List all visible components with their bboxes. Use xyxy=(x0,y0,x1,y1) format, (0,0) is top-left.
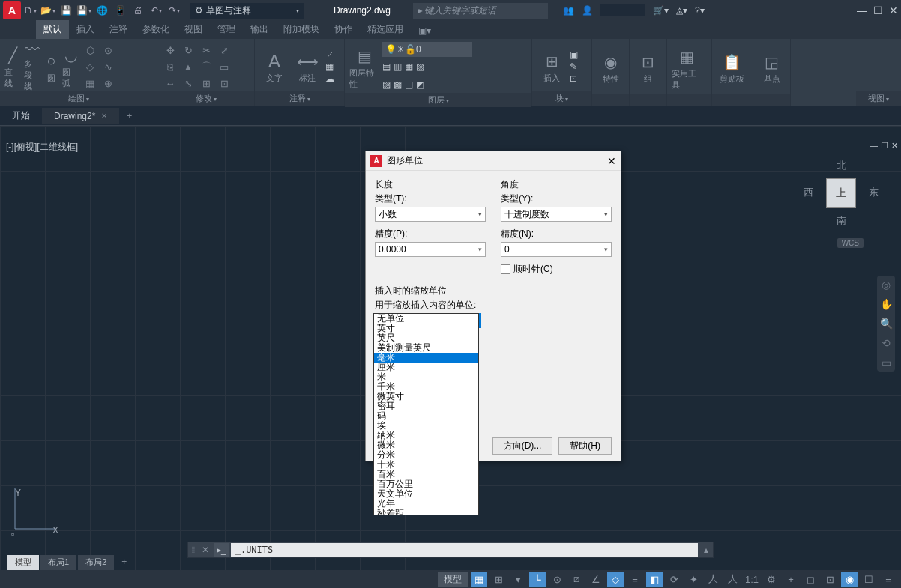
panel-title[interactable]: 块▾ xyxy=(532,91,591,106)
cart-icon[interactable]: 🛒▾ xyxy=(653,5,669,16)
tab-insert[interactable]: 插入 xyxy=(69,20,102,39)
layer-tool-icon[interactable]: ▥ xyxy=(394,61,402,72)
panel-title[interactable]: 图层▾ xyxy=(345,93,531,107)
anno-vis-icon[interactable]: 人 xyxy=(724,572,741,587)
cloud-icon[interactable]: ☁ xyxy=(325,73,334,84)
scale-label[interactable]: 1:1 xyxy=(744,572,760,587)
rotate-icon[interactable]: ↻ xyxy=(180,43,196,58)
tab-featured[interactable]: 精选应用 xyxy=(360,20,411,39)
workspace-toggle-icon[interactable]: ◻ xyxy=(802,572,819,587)
arc-button[interactable]: ◡圆弧 xyxy=(62,44,79,89)
grip-icon[interactable]: ⁞⁞ xyxy=(188,545,197,555)
length-precision-select[interactable]: 0.0000▾ xyxy=(375,242,486,257)
insert-block-button[interactable]: ⊞插入 xyxy=(537,44,567,89)
clipboard-button[interactable]: 📋剪贴板 xyxy=(717,46,747,91)
qat-new-icon[interactable]: 🗋▾ xyxy=(22,3,37,18)
ortho-toggle-icon[interactable]: └ xyxy=(529,572,546,587)
viewport-minimize-icon[interactable]: — xyxy=(870,141,878,151)
group-button[interactable]: ⊡组 xyxy=(634,46,662,91)
angle-precision-select[interactable]: 0▾ xyxy=(501,242,612,257)
draw-tool-icon[interactable] xyxy=(118,43,134,58)
tab-overflow-icon[interactable]: ▣▾ xyxy=(411,22,439,39)
layer-properties-button[interactable]: ▤图层特性 xyxy=(349,45,379,90)
clean-screen-icon[interactable]: ☐ xyxy=(861,572,877,587)
circle-button[interactable]: ○圆 xyxy=(43,44,60,89)
grid-toggle-icon[interactable]: ▦ xyxy=(471,572,487,587)
tab-output[interactable]: 输出 xyxy=(243,20,276,39)
qat-saveas-icon[interactable]: 💾▾ xyxy=(76,3,91,18)
move-icon[interactable]: ✥ xyxy=(162,43,178,58)
filetab-drawing[interactable]: Drawing2*✕ xyxy=(42,108,119,124)
block-tool-icon[interactable]: ▣ xyxy=(570,49,578,60)
user-icon[interactable]: 👤 xyxy=(582,5,593,16)
leader-icon[interactable]: ⟋ xyxy=(325,49,334,60)
dialog-close-button[interactable]: ✕ xyxy=(607,155,616,167)
viewcube-west[interactable]: 西 xyxy=(804,186,813,199)
layer-combo[interactable]: 💡 ☀ 🔓 0 xyxy=(382,42,472,57)
layer-tool-icon[interactable]: ▩ xyxy=(394,79,402,90)
draw-tool-icon[interactable]: ⊕ xyxy=(100,76,116,91)
isolate-icon[interactable]: ⊡ xyxy=(822,572,838,587)
draw-tool-icon[interactable]: ⬡ xyxy=(82,43,98,58)
angle-type-select[interactable]: 十进制度数▾ xyxy=(501,207,612,222)
qat-redo-icon[interactable]: ↷▾ xyxy=(166,3,181,18)
stretch-icon[interactable]: ↔ xyxy=(162,76,178,91)
trim-icon[interactable]: ✂ xyxy=(198,43,214,58)
search-input[interactable]: 键入关键字或短语 xyxy=(413,3,548,19)
gear-toggle-icon[interactable]: ⚙ xyxy=(763,572,780,587)
viewcube-east[interactable]: 东 xyxy=(869,186,879,199)
cmdline-close-icon[interactable]: ✕ xyxy=(197,545,214,555)
layer-tool-icon[interactable]: ◩ xyxy=(416,79,424,90)
cmdline-prompt-icon[interactable]: ▸_ xyxy=(214,543,229,557)
text-button[interactable]: A文字 xyxy=(259,44,289,89)
polar-toggle-icon[interactable]: ⊙ xyxy=(549,572,565,587)
properties-button[interactable]: ◉特性 xyxy=(597,46,624,91)
customize-icon[interactable]: ≡ xyxy=(880,572,897,587)
layer-tool-icon[interactable]: ▧ xyxy=(416,61,424,72)
nav-zoom-icon[interactable]: 🔍 xyxy=(880,318,893,330)
osnap-toggle-icon[interactable]: ◇ xyxy=(607,572,624,587)
hardware-icon[interactable]: ◉ xyxy=(841,572,858,587)
command-input[interactable]: _.UNITS xyxy=(231,543,698,557)
scale-icon[interactable]: ⤡ xyxy=(180,76,196,91)
layer-tool-icon[interactable]: ▨ xyxy=(382,79,391,90)
direction-button[interactable]: 方向(D)... xyxy=(492,437,553,455)
polyline-button[interactable]: 〰多段线 xyxy=(24,44,40,89)
maximize-button[interactable]: ☐ xyxy=(873,4,883,16)
add-layout-button[interactable]: + xyxy=(115,555,133,570)
draw-tool-icon[interactable]: ∿ xyxy=(100,59,116,74)
layout-model[interactable]: 模型 xyxy=(7,555,39,570)
block-tool-icon[interactable]: ✎ xyxy=(570,61,578,72)
viewcube-top[interactable]: 上 xyxy=(826,178,856,208)
tab-parametric[interactable]: 参数化 xyxy=(135,20,177,39)
help-icon[interactable]: ?▾ xyxy=(695,5,705,16)
qat-undo-icon[interactable]: ↶▾ xyxy=(148,3,163,18)
transparency-toggle-icon[interactable]: ◧ xyxy=(646,572,663,587)
viewport-close-icon[interactable]: ✕ xyxy=(891,141,898,151)
clockwise-checkbox[interactable]: 顺时针(C) xyxy=(501,263,612,276)
filetab-start[interactable]: 开始 xyxy=(0,106,42,125)
panel-title[interactable]: 注释▾ xyxy=(255,91,344,106)
qat-web-icon[interactable]: 🌐 xyxy=(94,3,109,18)
panel-title[interactable]: 绘图▾ xyxy=(0,91,157,106)
qat-plot-icon[interactable]: 🖨 xyxy=(130,3,145,18)
layout-1[interactable]: 布局1 xyxy=(40,555,76,570)
line-button[interactable]: ╱直线 xyxy=(4,44,21,89)
layer-tool-icon[interactable]: ◫ xyxy=(405,79,413,90)
block-tool-icon[interactable]: ⊡ xyxy=(570,73,578,84)
anno-scale-icon[interactable]: 人 xyxy=(705,572,721,587)
dropdown-option[interactable]: 密耳 xyxy=(374,401,478,411)
otrack-toggle-icon[interactable]: ∠ xyxy=(588,572,604,587)
base-button[interactable]: ◲基点 xyxy=(758,46,786,91)
toggle-icon[interactable]: ▾ xyxy=(510,572,526,587)
dropdown-option[interactable]: 厘米 xyxy=(374,363,478,372)
workspace-selector[interactable]: ⚙ 草图与注释 ▾ xyxy=(190,3,304,19)
nav-pan-icon[interactable]: ✋ xyxy=(880,298,893,310)
minimize-button[interactable]: — xyxy=(857,4,867,16)
wcs-badge[interactable]: WCS xyxy=(837,238,864,248)
tab-addins[interactable]: 附加模块 xyxy=(276,20,327,39)
dropdown-option[interactable]: 码 xyxy=(374,411,478,421)
qat-open-icon[interactable]: 📂▾ xyxy=(40,3,55,18)
viewcube-south[interactable]: 南 xyxy=(837,214,846,228)
utilities-button[interactable]: ▦实用工具 xyxy=(672,46,702,91)
